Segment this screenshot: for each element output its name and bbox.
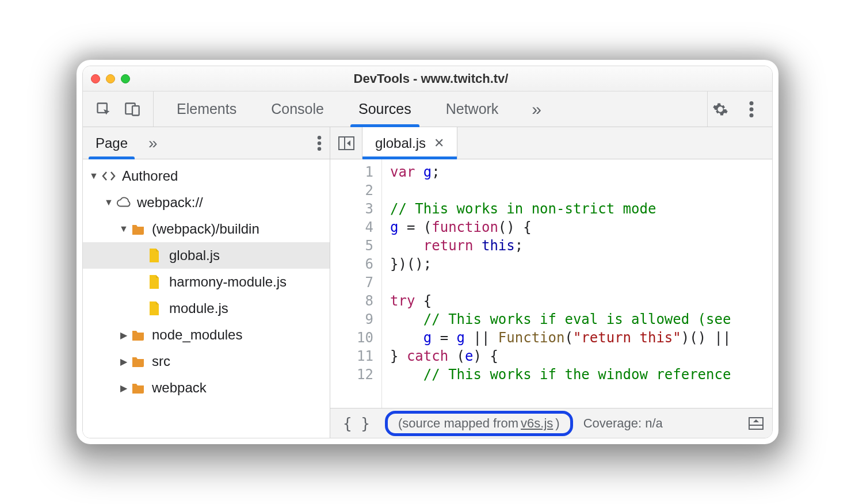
editor-statusbar: { } (source mapped from v6s.js ) Coverag… [330, 408, 772, 438]
tree-label: harmony-module.js [169, 274, 287, 290]
tree-twisty[interactable]: ▶ [119, 356, 129, 367]
tree-label: module.js [169, 300, 228, 316]
file-tree-file[interactable]: harmony-module.js [83, 269, 330, 295]
file-tree-file[interactable]: global.js [83, 242, 330, 269]
main-tab-elements[interactable]: Elements [159, 91, 254, 127]
editor-pane: global.js ✕ 123456789101112 var g;// Thi… [330, 127, 772, 438]
file-tree-folder[interactable]: ▶node_modules [83, 322, 330, 348]
close-icon: ✕ [434, 136, 444, 150]
window-controls [91, 74, 130, 83]
svg-rect-2 [132, 106, 139, 115]
folder-icon [131, 356, 146, 367]
tree-twisty[interactable]: ▼ [89, 171, 99, 181]
inspect-element-icon[interactable] [96, 101, 112, 117]
navigator-menu-button[interactable] [317, 127, 330, 159]
tree-label: global.js [169, 247, 220, 264]
zoom-window-button[interactable] [121, 74, 130, 83]
kebab-menu-button[interactable] [739, 97, 764, 122]
main-tab-sources[interactable]: Sources [341, 91, 429, 127]
main-tab-network[interactable]: Network [429, 91, 516, 127]
navigator-pane: Page » ▼Authored▼webpack://▼(webpack)/bu… [83, 127, 330, 438]
tree-twisty[interactable]: ▶ [119, 383, 129, 394]
editor-tab-label: global.js [375, 135, 426, 151]
toggle-navigator-button[interactable] [330, 127, 362, 159]
panel-collapse-icon [338, 136, 355, 151]
navigator-tabbar: Page » [83, 127, 330, 159]
svg-rect-9 [339, 137, 354, 150]
source-map-prefix: (source mapped from [398, 416, 518, 431]
svg-point-4 [750, 107, 754, 111]
window-title: DevTools - www.twitch.tv/ [136, 71, 726, 86]
device-toggle-icon[interactable] [124, 101, 140, 117]
code-editor[interactable]: 123456789101112 var g;// This works in n… [330, 159, 772, 408]
tree-twisty[interactable]: ▼ [104, 197, 114, 208]
file-tree-folder[interactable]: ▶src [83, 348, 330, 375]
main-tabbar: ElementsConsoleSourcesNetwork » [83, 91, 772, 127]
folder-icon [131, 382, 146, 394]
folder-icon [131, 329, 146, 341]
file-icon [148, 249, 163, 262]
tree-label: (webpack)/buildin [152, 221, 259, 237]
code-icon [101, 170, 116, 182]
file-tree-file[interactable]: module.js [83, 295, 330, 322]
gear-icon [712, 101, 728, 117]
dots-vertical-icon [317, 136, 322, 151]
tree-twisty[interactable]: ▼ [119, 224, 129, 234]
tree-label: node_modules [152, 327, 242, 343]
show-console-button[interactable] [748, 417, 764, 430]
navigator-tab-page[interactable]: Page [83, 127, 140, 159]
titlebar: DevTools - www.twitch.tv/ [83, 66, 772, 91]
folder-icon [131, 223, 146, 235]
line-gutter: 123456789101112 [330, 159, 382, 408]
file-tree[interactable]: ▼Authored▼webpack://▼(webpack)/buildingl… [83, 159, 330, 438]
close-tab-button[interactable]: ✕ [434, 136, 444, 151]
tree-label: Authored [122, 168, 178, 184]
tree-label: webpack [152, 380, 207, 396]
tree-label: src [152, 353, 170, 369]
navigator-overflow-button[interactable]: » [140, 127, 166, 159]
svg-point-5 [750, 113, 754, 117]
main-tab-console[interactable]: Console [254, 91, 341, 127]
file-tree-code[interactable]: ▼Authored [83, 163, 330, 189]
pretty-print-button[interactable]: { } [338, 415, 375, 432]
drawer-icon [748, 417, 764, 430]
source-map-indicator[interactable]: (source mapped from v6s.js ) [385, 411, 573, 436]
devtools-window: DevTools - www.twitch.tv/ ElementsConsol… [82, 66, 773, 438]
source-map-suffix: ) [555, 416, 559, 431]
file-icon [148, 275, 163, 289]
svg-point-7 [318, 141, 322, 145]
minimize-window-button[interactable] [106, 74, 115, 83]
svg-point-6 [318, 136, 322, 140]
code-content: var g;// This works in non-strict modeg … [382, 159, 731, 408]
overflow-tabs-button[interactable]: » [521, 91, 552, 127]
dots-vertical-icon [749, 101, 754, 117]
coverage-status: Coverage: n/a [583, 416, 663, 431]
source-map-link[interactable]: v6s.js [521, 416, 553, 431]
tree-label: webpack:// [137, 194, 203, 211]
file-tree-folder[interactable]: ▼(webpack)/buildin [83, 216, 330, 242]
file-tree-folder[interactable]: ▶webpack [83, 375, 330, 401]
cloud-icon [116, 197, 131, 208]
close-window-button[interactable] [91, 74, 100, 83]
settings-button[interactable] [708, 97, 733, 122]
editor-tab-global-js[interactable]: global.js ✕ [362, 127, 457, 159]
svg-point-3 [750, 101, 754, 105]
editor-tabbar: global.js ✕ [330, 127, 772, 159]
tree-twisty[interactable]: ▶ [119, 330, 129, 341]
file-tree-cloud[interactable]: ▼webpack:// [83, 189, 330, 216]
svg-point-8 [318, 147, 322, 151]
file-icon [148, 301, 163, 315]
